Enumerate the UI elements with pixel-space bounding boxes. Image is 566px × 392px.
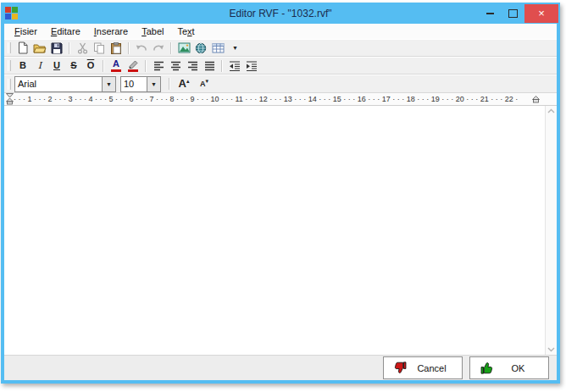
app-icon-blue-square	[5, 14, 11, 19]
menubar: Fisier Editare Inserare Tabel Text	[4, 24, 557, 39]
dialog-button-bar: Cancel OK	[4, 355, 557, 380]
align-center-button[interactable]	[167, 58, 184, 73]
align-justify-icon	[204, 60, 215, 71]
insert-table-button[interactable]	[209, 41, 226, 55]
open-file-button[interactable]	[31, 41, 48, 55]
document-edit-area[interactable]	[4, 106, 557, 355]
redo-arrow-icon	[153, 43, 164, 52]
paste-clipboard-icon	[110, 42, 122, 54]
font-color-button[interactable]: A	[108, 58, 125, 73]
dropdown-caret-icon: ▼	[151, 81, 157, 87]
ok-button[interactable]: OK	[469, 356, 549, 379]
decrease-indent-button[interactable]	[226, 58, 243, 73]
insert-hyperlink-button[interactable]	[192, 41, 209, 55]
minimize-icon	[486, 13, 494, 14]
new-document-button[interactable]	[14, 41, 31, 55]
font-size-dropdown-button[interactable]: ▼	[147, 77, 160, 91]
increase-indent-button[interactable]	[243, 58, 260, 73]
ruler[interactable]: · · · 1 · · · 2 · · · 3 · · · 4 · · · 5 …	[4, 93, 557, 106]
app-icon-red-square	[5, 7, 11, 13]
menu-text[interactable]: Text	[170, 25, 201, 37]
app-icon-green-square	[12, 7, 18, 13]
insert-image-button[interactable]	[175, 41, 192, 55]
scroll-down-icon[interactable]	[547, 346, 556, 353]
align-justify-button[interactable]	[201, 58, 218, 73]
dropdown-caret-icon: ▼	[106, 81, 112, 87]
thumbs-down-icon	[392, 360, 408, 376]
overline-icon: O	[87, 61, 95, 70]
highlight-color-button[interactable]	[125, 58, 142, 73]
overline-button[interactable]: O	[82, 58, 99, 73]
strikethrough-button[interactable]: S	[65, 58, 82, 73]
right-indent-marker[interactable]	[532, 96, 540, 103]
copy-button[interactable]	[91, 41, 108, 55]
bold-button[interactable]: B	[14, 58, 31, 73]
left-indent-marker[interactable]	[6, 93, 14, 105]
cancel-button[interactable]: Cancel	[383, 356, 463, 379]
save-floppy-icon	[51, 42, 63, 54]
align-right-icon	[187, 60, 198, 71]
toolbar-separator	[145, 60, 147, 72]
font-size-value: 10	[121, 77, 147, 91]
window-title: Editor RVF - "1032.rvf"	[1, 8, 560, 19]
font-family-dropdown-button[interactable]: ▼	[102, 77, 115, 91]
toolbar-grip[interactable]	[8, 42, 11, 53]
scroll-up-icon[interactable]	[547, 108, 556, 114]
app-icon	[5, 7, 19, 20]
caret-down-icon: ▾	[205, 78, 208, 84]
underline-icon: U	[53, 61, 60, 70]
undo-arrow-icon	[136, 43, 147, 52]
strikethrough-icon: S	[70, 61, 76, 70]
menu-editare[interactable]: Editare	[44, 25, 87, 37]
undo-button[interactable]	[133, 41, 150, 55]
toolbar-separator	[170, 42, 172, 54]
menu-tabel[interactable]: Tabel	[135, 25, 170, 37]
cut-scissors-icon	[77, 42, 88, 54]
outdent-icon	[229, 60, 241, 71]
caret-up-icon: ▴	[186, 78, 190, 84]
font-size-combo[interactable]: 10 ▼	[120, 76, 161, 92]
redo-button[interactable]	[150, 41, 167, 55]
toolbar-grip[interactable]	[8, 79, 11, 90]
shrink-font-button[interactable]: A ▾	[194, 77, 214, 91]
minimize-button[interactable]	[479, 4, 502, 23]
toolbar-font: Arial ▼ 10 ▼ A ▴ A ▾	[4, 75, 557, 93]
toolbar-separator	[69, 42, 70, 54]
font-color-icon: A	[113, 59, 119, 69]
menu-fisier[interactable]: Fisier	[8, 25, 44, 37]
font-color-bar	[111, 69, 121, 72]
ruler-scale: · · · 1 · · · 2 · · · 3 · · · 4 · · · 5 …	[14, 95, 518, 103]
window-controls: ×	[479, 3, 560, 24]
align-left-icon	[153, 60, 164, 71]
table-dropdown-button[interactable]: ▼	[226, 41, 243, 55]
save-file-button[interactable]	[48, 41, 65, 55]
italic-icon: I	[38, 61, 42, 70]
italic-button[interactable]: I	[31, 58, 48, 73]
close-button[interactable]: ×	[524, 4, 558, 23]
bold-icon: B	[19, 61, 26, 70]
maximize-button[interactable]	[502, 4, 524, 23]
client-area: Fisier Editare Inserare Tabel Text	[4, 24, 557, 380]
toolbar-formatting: B I U S O A	[4, 57, 557, 75]
globe-icon	[195, 42, 207, 54]
toolbar-grip[interactable]	[8, 60, 11, 71]
align-right-button[interactable]	[184, 58, 201, 73]
vertical-scrollbar[interactable]	[545, 106, 557, 355]
grow-font-button[interactable]: A ▴	[174, 77, 194, 91]
cut-button[interactable]	[74, 41, 91, 55]
paste-button[interactable]	[108, 41, 125, 55]
align-center-icon	[170, 60, 181, 71]
grow-font-icon: A	[179, 77, 186, 91]
menu-inserare[interactable]: Inserare	[87, 25, 135, 37]
font-family-combo[interactable]: Arial ▼	[14, 76, 116, 92]
align-left-button[interactable]	[150, 58, 167, 73]
underline-button[interactable]: U	[48, 58, 65, 73]
copy-pages-icon	[93, 42, 105, 54]
dropdown-caret-icon: ▼	[232, 45, 238, 51]
toolbar-separator	[169, 78, 170, 90]
titlebar[interactable]: Editor RVF - "1032.rvf" ×	[1, 3, 560, 24]
cancel-label: Cancel	[408, 363, 455, 373]
ok-label: OK	[495, 363, 541, 373]
thumbs-up-icon	[479, 360, 495, 376]
table-grid-icon	[212, 42, 225, 53]
